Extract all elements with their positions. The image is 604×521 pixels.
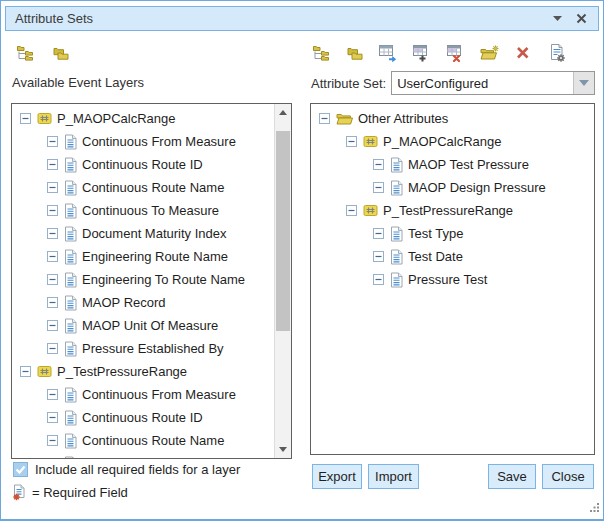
collapse-expander-icon[interactable] bbox=[373, 228, 384, 239]
menu-chevron-icon[interactable] bbox=[549, 11, 565, 27]
collapse-expander-icon[interactable] bbox=[20, 366, 31, 377]
document-icon bbox=[64, 249, 77, 265]
collapse-expander-icon[interactable] bbox=[47, 412, 58, 423]
tree-item[interactable]: P_TestPressureRange bbox=[12, 360, 274, 383]
collapse-expander-icon[interactable] bbox=[346, 136, 357, 147]
required-field-icon bbox=[12, 484, 26, 501]
table-remove-button[interactable] bbox=[442, 40, 470, 66]
chevron-down-icon bbox=[579, 80, 589, 86]
tree-item[interactable]: Test Type bbox=[311, 222, 594, 245]
collapse-expander-icon[interactable] bbox=[47, 458, 58, 459]
tree-item-label: Continuous Route ID bbox=[82, 410, 203, 425]
collapse-expander-icon[interactable] bbox=[47, 159, 58, 170]
collapse-expander-icon[interactable] bbox=[47, 389, 58, 400]
table-add-icon bbox=[413, 44, 431, 62]
collapse-expander-icon[interactable] bbox=[373, 159, 384, 170]
collapse-expander-icon[interactable] bbox=[47, 251, 58, 262]
document-icon bbox=[390, 157, 403, 173]
attribute-set-combobox[interactable]: UserConfigured bbox=[391, 71, 595, 95]
tree-item-label: Continuous From Measure bbox=[82, 134, 236, 149]
tree-item[interactable]: MAOP Design Pressure bbox=[311, 176, 594, 199]
tree-item[interactable]: Document Maturity Index bbox=[12, 222, 274, 245]
import-button[interactable]: Import bbox=[368, 464, 419, 489]
tree-item[interactable]: P_MAOPCalcRange bbox=[12, 107, 274, 130]
tree-item[interactable]: MAOP Record bbox=[12, 291, 274, 314]
resize-grip[interactable] bbox=[590, 498, 600, 516]
attribute-sets-dialog: Attribute Sets Available Event Layers At… bbox=[0, 0, 604, 521]
tree-item[interactable]: Continuous Route ID bbox=[12, 406, 274, 429]
collapse-expander-icon[interactable] bbox=[47, 435, 58, 446]
document-icon bbox=[390, 272, 403, 288]
attribute-set-row: Attribute Set: UserConfigured bbox=[311, 71, 595, 95]
scrollbar-thumb[interactable] bbox=[276, 131, 290, 331]
collapse-expander-icon[interactable] bbox=[47, 320, 58, 331]
tree-item[interactable]: Continuous From Measure bbox=[12, 383, 274, 406]
collapse-expander-icon[interactable] bbox=[47, 297, 58, 308]
tree-item[interactable]: MAOP Test Pressure bbox=[311, 153, 594, 176]
collapse-all-button[interactable] bbox=[47, 40, 75, 66]
document-icon bbox=[64, 203, 77, 219]
scroll-up-icon[interactable] bbox=[275, 104, 291, 121]
document-icon bbox=[64, 433, 77, 449]
tree-item[interactable]: P_TestPressureRange bbox=[311, 199, 594, 222]
save-button[interactable]: Save bbox=[488, 464, 536, 489]
tree-item[interactable]: Continuous To Measure bbox=[12, 199, 274, 222]
document-icon bbox=[64, 456, 77, 460]
tree-item[interactable]: Continuous Route Name bbox=[12, 176, 274, 199]
dialog-title: Attribute Sets bbox=[15, 11, 549, 26]
expand-all-button[interactable] bbox=[11, 40, 39, 66]
check-icon bbox=[15, 465, 26, 474]
combobox-dropdown-button[interactable] bbox=[573, 72, 594, 94]
collapse-expander-icon[interactable] bbox=[47, 228, 58, 239]
vertical-scrollbar[interactable] bbox=[274, 104, 291, 458]
tree-item[interactable]: Test Date bbox=[311, 245, 594, 268]
tree-item[interactable]: Pressure Established By bbox=[12, 337, 274, 360]
collapse-expander-icon[interactable] bbox=[47, 136, 58, 147]
expand-all-button[interactable] bbox=[307, 40, 335, 66]
properties-button[interactable] bbox=[543, 40, 571, 66]
collapse-expander-icon[interactable] bbox=[373, 182, 384, 193]
tree-item[interactable]: MAOP Unit Of Measure bbox=[12, 314, 274, 337]
tree-item[interactable]: Engineering To Route Name bbox=[12, 268, 274, 291]
delete-button[interactable] bbox=[509, 40, 537, 66]
tree-item[interactable]: Continuous Route Name bbox=[12, 429, 274, 452]
tree-item-label: MAOP Record bbox=[82, 295, 166, 310]
collapse-expander-icon[interactable] bbox=[319, 113, 330, 124]
include-required-label: Include all required fields for a layer bbox=[35, 462, 240, 477]
document-icon bbox=[64, 410, 77, 426]
collapse-expander-icon[interactable] bbox=[20, 113, 31, 124]
collapse-expander-icon[interactable] bbox=[373, 274, 384, 285]
collapse-all-button[interactable] bbox=[341, 40, 369, 66]
tree-item-label: P_TestPressureRange bbox=[57, 364, 187, 379]
tree-item-label: Continuous To Measure bbox=[82, 456, 219, 459]
collapse-expander-icon[interactable] bbox=[47, 182, 58, 193]
document-icon bbox=[64, 134, 77, 150]
tree-item[interactable]: Continuous From Measure bbox=[12, 130, 274, 153]
event-layer-icon bbox=[37, 111, 52, 126]
tree-item-label: Continuous Route Name bbox=[82, 180, 224, 195]
tree-item-label: P_MAOPCalcRange bbox=[57, 111, 176, 126]
collapse-expander-icon[interactable] bbox=[47, 343, 58, 354]
document-icon bbox=[64, 387, 77, 403]
new-attribute-set-button[interactable] bbox=[476, 40, 504, 66]
required-field-label: = Required Field bbox=[32, 485, 128, 500]
table-export-button[interactable] bbox=[374, 40, 402, 66]
table-add-button[interactable] bbox=[408, 40, 436, 66]
tree-item[interactable]: Continuous To Measure bbox=[12, 452, 274, 459]
include-required-checkbox[interactable] bbox=[13, 462, 28, 477]
tree-item[interactable]: Other Attributes bbox=[311, 107, 594, 130]
collapse-expander-icon[interactable] bbox=[47, 205, 58, 216]
collapse-expander-icon[interactable] bbox=[346, 205, 357, 216]
close-button[interactable]: Close bbox=[542, 464, 594, 489]
collapse-expander-icon[interactable] bbox=[373, 251, 384, 262]
tree-item[interactable]: Continuous Route ID bbox=[12, 153, 274, 176]
export-button[interactable]: Export bbox=[312, 464, 362, 489]
tree-item[interactable]: Engineering Route Name bbox=[12, 245, 274, 268]
scroll-down-icon[interactable] bbox=[275, 441, 291, 458]
tree-item[interactable]: P_MAOPCalcRange bbox=[311, 130, 594, 153]
collapse-expander-icon[interactable] bbox=[47, 274, 58, 285]
titlebar[interactable]: Attribute Sets bbox=[5, 6, 599, 31]
close-icon[interactable] bbox=[573, 11, 589, 27]
tree-item[interactable]: Pressure Test bbox=[311, 268, 594, 291]
document-icon bbox=[390, 226, 403, 242]
